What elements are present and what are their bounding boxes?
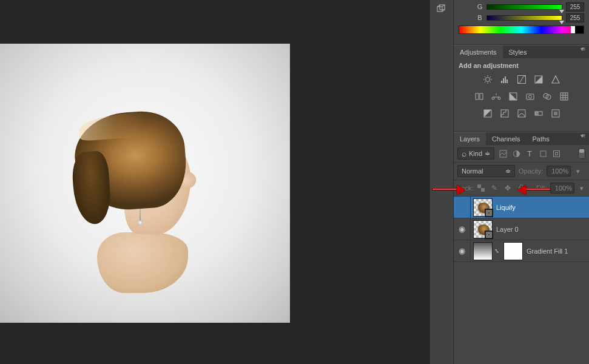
gradient-map-icon[interactable] [533, 108, 544, 119]
brightness-contrast-icon[interactable] [482, 74, 493, 85]
filter-shape-icon[interactable] [538, 149, 548, 158]
svg-line-10 [485, 76, 486, 78]
svg-rect-51 [486, 232, 491, 237]
curves-icon[interactable] [516, 74, 527, 85]
eye-icon: ◉ [459, 246, 465, 255]
layer-thumbnail[interactable] [473, 242, 493, 260]
svg-rect-48 [519, 187, 523, 191]
workspace [0, 0, 429, 364]
svg-line-13 [490, 76, 491, 78]
black-white-icon[interactable] [508, 91, 519, 102]
svg-rect-52 [488, 234, 490, 236]
g-slider[interactable] [486, 4, 562, 10]
opacity-dropdown-icon[interactable]: ▾ [574, 166, 582, 177]
svg-rect-43 [540, 151, 546, 157]
smart-object-badge-icon [485, 209, 493, 217]
layer-list: Liquify ◉ Layer 0 ◉ Gradient Fill 1 [454, 197, 589, 262]
posterize-icon[interactable] [499, 108, 510, 119]
threshold-icon[interactable] [516, 108, 527, 119]
svg-rect-40 [554, 112, 557, 115]
layer-mask-thumbnail[interactable] [503, 242, 523, 260]
tab-adjustments[interactable]: Adjustments [454, 46, 503, 58]
panel-flyout-icon[interactable]: ▾≡ [578, 46, 587, 52]
color-panel: G 255 B 255 [454, 0, 589, 45]
layer-thumbnail[interactable] [473, 220, 493, 238]
tab-layers[interactable]: Layers [454, 132, 486, 145]
adjustments-panel: Adjustments Styles ▾≡ Add an adjustment [454, 45, 589, 132]
visibility-toggle[interactable]: ◉ [454, 218, 471, 240]
lock-position-icon[interactable]: ✥ [503, 184, 512, 192]
channel-mixer-icon[interactable] [542, 91, 553, 102]
svg-line-11 [490, 82, 491, 83]
svg-rect-44 [553, 150, 559, 157]
search-icon: ⌕ [462, 149, 466, 158]
svg-point-23 [498, 97, 500, 99]
svg-rect-25 [527, 94, 534, 99]
svg-point-22 [492, 97, 494, 99]
color-lookup-icon[interactable] [559, 91, 570, 102]
visibility-toggle[interactable] [454, 197, 471, 218]
lock-pixels-icon[interactable]: ✎ [490, 184, 499, 192]
layer-name[interactable]: Gradient Fill 1 [527, 248, 568, 255]
b-value-field[interactable]: 255 [566, 13, 584, 22]
layer-row-liquify[interactable]: Liquify [454, 197, 589, 218]
layers-panel: Layers Channels Paths ▾≡ ⌕ Kind ≑ T Norm… [454, 132, 589, 262]
svg-rect-46 [477, 184, 481, 188]
collapsed-panel-strip[interactable] [429, 0, 454, 364]
canvas[interactable] [0, 44, 290, 323]
svg-rect-38 [535, 112, 539, 115]
selective-color-icon[interactable] [550, 108, 561, 119]
layer-row-gradient[interactable]: ◉ Gradient Fill 1 [454, 240, 589, 262]
svg-point-26 [528, 95, 531, 98]
fill-label: Fill: [536, 184, 547, 192]
g-value-field[interactable]: 255 [566, 2, 584, 12]
lock-all-icon[interactable] [517, 184, 525, 192]
filter-kind-select[interactable]: ⌕ Kind ≑ [457, 147, 494, 160]
hue-sat-icon[interactable] [474, 91, 485, 102]
svg-rect-45 [555, 152, 557, 155]
tab-paths[interactable]: Paths [527, 132, 556, 145]
color-balance-icon[interactable] [491, 91, 502, 102]
g-label: G [477, 3, 483, 10]
panel-icon-3d[interactable] [434, 2, 449, 16]
right-panel-stack: G 255 B 255 Adjustments Styles ▾≡ Add an… [454, 0, 589, 364]
layer-name[interactable]: Layer 0 [496, 226, 519, 233]
portrait-image [72, 112, 199, 282]
visibility-toggle[interactable]: ◉ [454, 240, 471, 261]
lock-transparency-icon[interactable] [477, 184, 485, 192]
layer-name[interactable]: Liquify [496, 204, 516, 211]
filter-pixel-icon[interactable] [498, 149, 508, 158]
layers-flyout-icon[interactable]: ▾≡ [578, 132, 587, 138]
opacity-field[interactable]: 100% [547, 166, 571, 177]
filter-kind-label: Kind [469, 150, 482, 157]
svg-rect-49 [486, 211, 491, 215]
filter-type-icon[interactable]: T [525, 149, 534, 158]
filter-toggle-switch[interactable] [578, 148, 585, 159]
filter-smart-icon[interactable] [551, 149, 561, 158]
invert-icon[interactable] [482, 108, 493, 119]
tab-channels[interactable]: Channels [486, 132, 526, 145]
exposure-icon[interactable] [533, 74, 544, 85]
b-slider[interactable] [486, 15, 562, 21]
tab-styles[interactable]: Styles [503, 46, 533, 58]
layer-row-layer0[interactable]: ◉ Layer 0 [454, 218, 589, 240]
filter-adjustment-icon[interactable] [511, 149, 521, 158]
blend-mode-label: Normal [462, 167, 483, 175]
photo-filter-icon[interactable] [525, 91, 536, 102]
svg-rect-16 [505, 76, 506, 83]
chevron-down-icon: ≑ [485, 150, 490, 158]
vibrance-icon[interactable] [550, 74, 561, 85]
mask-link-icon[interactable] [493, 248, 501, 254]
blend-mode-select[interactable]: Normal ≑ [457, 165, 515, 177]
adjustments-tabbar: Adjustments Styles ▾≡ [454, 45, 589, 58]
chevron-down-icon: ≑ [505, 167, 511, 175]
opacity-label: Opacity: [519, 167, 543, 175]
color-spectrum-bar[interactable] [459, 25, 584, 34]
fill-field[interactable]: 100% [550, 183, 574, 194]
lock-label: Lock: [457, 184, 473, 192]
layer-thumbnail[interactable] [473, 198, 493, 217]
fill-dropdown-icon[interactable]: ▾ [578, 183, 585, 194]
b-label: B [477, 14, 483, 21]
svg-point-5 [485, 78, 490, 82]
levels-icon[interactable] [499, 74, 510, 85]
